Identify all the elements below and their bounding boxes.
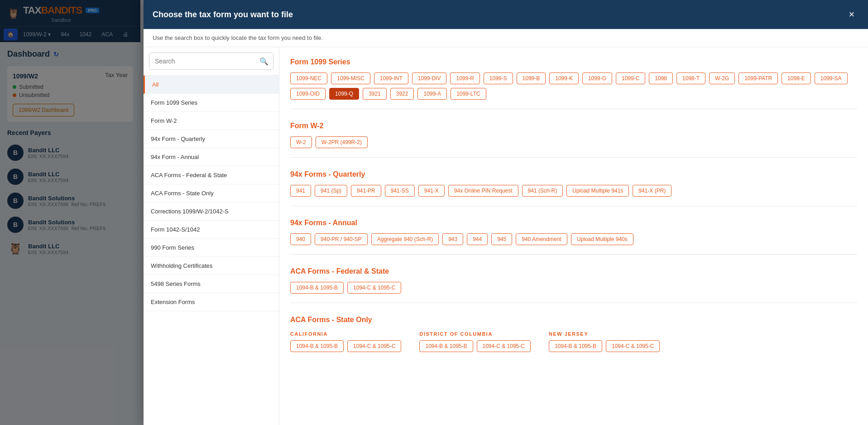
state-form-tags: 1094-B & 1095-B1094-C & 1095-C <box>419 340 530 352</box>
modal-subtitle: Use the search box to quickly locate the… <box>144 29 868 47</box>
category-item[interactable]: All <box>144 76 279 94</box>
form-tag[interactable]: 1098 <box>649 72 673 84</box>
category-item[interactable]: Form 1042-S/1042 <box>144 221 279 239</box>
form-tag[interactable]: 1099-A <box>417 88 447 100</box>
form-tag[interactable]: 1094-B & 1095-B <box>290 282 344 294</box>
form-tag[interactable]: 1099-MISC <box>331 72 370 84</box>
form-tag[interactable]: 1099-S <box>484 72 513 84</box>
categories-list: AllForm 1099 SeriesForm W-294x Form - Qu… <box>144 76 279 311</box>
state-label: CALIFORNIA <box>290 331 401 337</box>
form-tags: 940940-PR / 940-SPAggregate 940 (Sch-R)9… <box>290 233 857 245</box>
form-tag[interactable]: 941 (Sp) <box>315 185 347 197</box>
form-tag[interactable]: 1099-LTC <box>451 88 486 100</box>
form-tag[interactable]: 940-PR / 940-SP <box>315 233 368 245</box>
form-section-title: 94x Forms - Annual <box>290 219 857 227</box>
form-section-block: ACA Forms - State OnlyCALIFORNIA1094-B &… <box>290 316 857 368</box>
form-tag[interactable]: Upload Multiple 940s <box>571 233 633 245</box>
form-tag[interactable]: 941-X <box>418 185 445 197</box>
category-item[interactable]: Form W-2 <box>144 112 279 130</box>
category-item[interactable]: Form 1099 Series <box>144 94 279 112</box>
state-form-tags: 1094-B & 1095-B1094-C & 1095-C <box>549 340 660 352</box>
state-group: DISTRICT OF COLUMBIA1094-B & 1095-B1094-… <box>419 331 530 352</box>
search-icon: 🔍 <box>259 57 269 66</box>
form-tag[interactable]: 941 (Sch-R) <box>522 185 563 197</box>
form-tag[interactable]: 1094-B & 1095-B <box>419 340 473 352</box>
form-tag[interactable]: 1099-NEC <box>290 72 327 84</box>
form-tag[interactable]: 1099-INT <box>374 72 408 84</box>
form-tag[interactable]: 940 Amendment <box>516 233 567 245</box>
search-input[interactable] <box>149 53 273 69</box>
form-tag[interactable]: 1099-G <box>582 72 612 84</box>
form-tag[interactable]: 1094-C & 1095-C <box>347 282 401 294</box>
form-tag[interactable]: W-2PR (499R-2) <box>316 136 368 148</box>
form-tag[interactable]: 1094-C & 1095-C <box>477 340 531 352</box>
form-tag[interactable]: 941 <box>290 185 311 197</box>
forms-panel: Form 1099 Series1099-NEC1099-MISC1099-IN… <box>279 47 868 425</box>
form-section-title: Form W-2 <box>290 122 857 130</box>
form-tag[interactable]: 941-PR <box>351 185 381 197</box>
form-section-block: ACA Forms - Federal & State1094-B & 1095… <box>290 267 857 303</box>
form-tags: 941941 (Sp)941-PR941-SS941-X94x Online P… <box>290 185 857 197</box>
state-label: DISTRICT OF COLUMBIA <box>419 331 530 337</box>
form-tag[interactable]: 1099-OID <box>290 88 326 100</box>
state-group: NEW JERSEY1094-B & 1095-B1094-C & 1095-C <box>549 331 660 352</box>
form-tags: W-2W-2PR (499R-2) <box>290 136 857 148</box>
modal-body: 🔍 AllForm 1099 SeriesForm W-294x Form - … <box>144 47 868 425</box>
modal-overlay: Choose the tax form you want to file × U… <box>0 0 868 425</box>
category-item[interactable]: Corrections 1099/W-2/1042-S <box>144 203 279 221</box>
form-section-title: ACA Forms - State Only <box>290 316 857 324</box>
form-tag[interactable]: 1094-B & 1095-B <box>549 340 602 352</box>
form-tag[interactable]: 940 <box>290 233 311 245</box>
form-tag[interactable]: 1094-C & 1095-C <box>606 340 660 352</box>
form-tag[interactable]: 3921 <box>363 88 387 100</box>
form-tag[interactable]: 1098-T <box>676 72 705 84</box>
form-section-block: 94x Forms - Annual940940-PR / 940-SPAggr… <box>290 219 857 255</box>
state-form-tags: 1094-B & 1095-B1094-C & 1095-C <box>290 340 401 352</box>
form-tag[interactable]: 1099-PATR <box>739 72 778 84</box>
form-tag[interactable]: W-2G <box>709 72 735 84</box>
search-input-wrap: 🔍 <box>149 53 273 70</box>
category-item[interactable]: 94x Form - Annual <box>144 148 279 166</box>
form-tag[interactable]: 941-SS <box>385 185 415 197</box>
form-sections: Form 1099 Series1099-NEC1099-MISC1099-IN… <box>290 58 857 368</box>
form-tags: 1094-B & 1095-B1094-C & 1095-C <box>290 282 857 294</box>
form-tag[interactable]: 1099-K <box>549 72 579 84</box>
categories-panel: 🔍 AllForm 1099 SeriesForm W-294x Form - … <box>144 47 279 425</box>
form-tag[interactable]: 1094-B & 1095-B <box>290 340 344 352</box>
form-tag[interactable]: 1099-DIV <box>412 72 447 84</box>
search-box: 🔍 <box>144 47 279 76</box>
category-item[interactable]: 5498 Series Forms <box>144 275 279 293</box>
category-item[interactable]: ACA Forms - State Only <box>144 184 279 203</box>
category-item[interactable]: Withholding Certificates <box>144 257 279 275</box>
form-section-block: Form W-2W-2W-2PR (499R-2) <box>290 122 857 158</box>
form-tag[interactable]: 1099-C <box>616 72 645 84</box>
modal-title: Choose the tax form you want to file <box>153 10 293 19</box>
category-item[interactable]: 990 Form Series <box>144 239 279 257</box>
state-label: NEW JERSEY <box>549 331 660 337</box>
form-tag[interactable]: 94x Online PIN Request <box>448 185 518 197</box>
form-section-block: Form 1099 Series1099-NEC1099-MISC1099-IN… <box>290 58 857 109</box>
form-tag[interactable]: Aggregate 940 (Sch-R) <box>371 233 439 245</box>
form-tag[interactable]: 1094-C & 1095-C <box>347 340 401 352</box>
form-tag[interactable]: 1099-R <box>450 72 480 84</box>
form-tag[interactable]: 1099-Q <box>329 88 359 100</box>
form-tag[interactable]: 941-X (PR) <box>633 185 671 197</box>
form-tag[interactable]: Upload Multiple 941s <box>566 185 629 197</box>
form-tag[interactable]: 945 <box>491 233 512 245</box>
modal: Choose the tax form you want to file × U… <box>144 0 868 425</box>
form-section-block: 94x Forms - Quarterly941941 (Sp)941-PR94… <box>290 170 857 206</box>
form-tag[interactable]: W-2 <box>290 136 312 148</box>
close-button[interactable]: × <box>844 7 859 22</box>
category-item[interactable]: Extension Forms <box>144 293 279 311</box>
form-tag[interactable]: 1099-SA <box>815 72 848 84</box>
category-item[interactable]: 94x Form - Quarterly <box>144 130 279 148</box>
form-section-title: 94x Forms - Quarterly <box>290 170 857 179</box>
form-tag[interactable]: 1098-E <box>782 72 811 84</box>
form-tag[interactable]: 944 <box>467 233 488 245</box>
aca-state-section: CALIFORNIA1094-B & 1095-B1094-C & 1095-C… <box>290 331 857 359</box>
form-tag[interactable]: 943 <box>442 233 463 245</box>
form-tag[interactable]: 1099-B <box>517 72 546 84</box>
form-tags: 1099-NEC1099-MISC1099-INT1099-DIV1099-R1… <box>290 72 857 100</box>
form-tag[interactable]: 3922 <box>390 88 414 100</box>
category-item[interactable]: ACA Forms - Federal & State <box>144 166 279 184</box>
